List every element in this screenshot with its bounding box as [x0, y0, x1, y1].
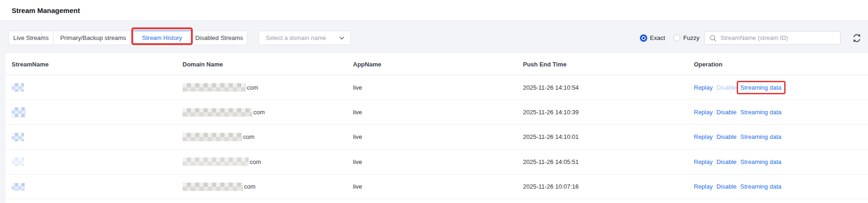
domain-suffix: com: [244, 183, 256, 190]
tab-label: Stream History: [142, 34, 182, 41]
appname-cell: live: [353, 133, 523, 140]
table-row: com live 2025-11-26 14:05:51 ReplayDisab…: [6, 150, 868, 174]
push-end-time-cell: 2025-11-26 14:05:51: [523, 158, 694, 165]
appname-cell: live: [353, 109, 523, 116]
push-end-time-cell: 2025-11-26 14:10:54: [523, 84, 694, 91]
circular-arrows-icon: [851, 33, 862, 44]
censored-domain-name: [183, 183, 243, 191]
page-title: Stream Management: [12, 7, 80, 14]
magnifier-icon: [709, 34, 717, 42]
tab-stream-history[interactable]: Stream History: [133, 31, 191, 45]
replay-link[interactable]: Replay: [694, 183, 712, 190]
column-header-appname: AppName: [353, 61, 523, 68]
appname-cell: live: [353, 158, 523, 165]
domain-suffix: com: [247, 84, 258, 91]
disable-link[interactable]: Disable: [716, 109, 736, 116]
domain-suffix: com: [253, 109, 265, 116]
table-row: com live 2025-11-26 14:10:01 ReplayDisab…: [6, 125, 868, 150]
domain-select-placeholder: Select a domain name: [266, 34, 339, 41]
chevron-down-icon: [339, 36, 345, 40]
streamname-cell: [12, 157, 183, 166]
match-mode-radio-group: ExactFuzzy: [640, 34, 699, 42]
censored-stream-name: [12, 157, 24, 166]
table-header-row: StreamName Domain Name AppName Push End …: [6, 53, 868, 75]
censored-stream-name: [12, 83, 24, 92]
operation-cell: ReplayDisableStreaming data: [694, 183, 868, 190]
page-header: Stream Management: [0, 0, 868, 21]
streaming-data-link[interactable]: Streaming data: [740, 133, 781, 140]
tab-bar: Live Streams Primary/Backup streams Stre…: [8, 31, 247, 45]
streaming-data-link[interactable]: Streaming data: [740, 84, 781, 91]
replay-link[interactable]: Replay: [694, 109, 712, 116]
domain-name-cell: com: [183, 157, 353, 166]
radio-fuzzy[interactable]: Fuzzy: [673, 34, 699, 41]
operation-cell: ReplayDisableStreaming data: [694, 158, 868, 165]
replay-link[interactable]: Replay: [694, 133, 712, 140]
table-row: com live 2025-11-26 10:07:16 ReplayDisab…: [6, 175, 868, 199]
radio-selected-icon[interactable]: [640, 34, 647, 42]
push-end-time-cell: 2025-11-26 14:10:39: [523, 109, 694, 116]
tab-disabled-streams[interactable]: Disabled Streams: [191, 31, 247, 45]
column-header-operation: Operation: [694, 61, 868, 68]
streamname-cell: [12, 107, 183, 118]
censored-domain-name: [183, 108, 252, 117]
censored-domain-name: [183, 157, 249, 166]
disable-link[interactable]: Disable: [716, 183, 736, 190]
tab-label: Live Streams: [14, 34, 49, 41]
domain-suffix: com: [250, 158, 261, 165]
appname-cell: live: [353, 183, 523, 190]
streamname-cell: [12, 183, 183, 190]
censored-stream-name: [12, 107, 26, 118]
column-header-streamname: StreamName: [12, 61, 183, 68]
operation-cell: ReplayDisableStreaming data: [694, 109, 868, 116]
streaming-data-link[interactable]: Streaming data: [740, 158, 781, 165]
tab-label: Primary/Backup streams: [60, 34, 126, 41]
domain-select[interactable]: Select a domain name: [258, 31, 351, 45]
censored-stream-name: [12, 133, 24, 141]
domain-name-cell: com: [183, 133, 353, 141]
disable-link[interactable]: Disable: [716, 133, 736, 140]
search-input[interactable]: [720, 34, 836, 41]
streamname-cell: [12, 133, 183, 141]
operation-cell: ReplayDisableStreaming data: [694, 84, 868, 91]
appname-cell: live: [353, 84, 523, 91]
stream-table: StreamName Domain Name AppName Push End …: [6, 53, 868, 203]
radio-exact[interactable]: Exact: [640, 34, 665, 42]
table-body: com live 2025-11-26 14:10:54 ReplayDisab…: [6, 75, 868, 199]
censored-stream-name: [12, 183, 25, 190]
annotated-operation: Streaming data: [740, 84, 781, 91]
column-header-domain-name: Domain Name: [183, 61, 353, 68]
domain-name-cell: com: [183, 108, 353, 117]
censored-domain-name: [183, 83, 246, 92]
disable-link: Disable: [716, 84, 736, 91]
disable-link[interactable]: Disable: [716, 158, 736, 165]
streamname-cell: [12, 83, 183, 92]
table-row: com live 2025-11-26 14:10:54 ReplayDisab…: [6, 75, 868, 100]
tab-primary-backup-streams[interactable]: Primary/Backup streams: [53, 31, 133, 45]
refresh-button[interactable]: [851, 32, 863, 44]
streaming-data-link[interactable]: Streaming data: [740, 183, 781, 190]
tab-live-streams[interactable]: Live Streams: [8, 31, 54, 45]
column-header-push-end-time: Push End Time: [523, 61, 694, 68]
replay-link[interactable]: Replay: [694, 158, 712, 165]
push-end-time-cell: 2025-11-26 14:10:01: [523, 133, 694, 140]
tab-label: Disabled Streams: [195, 34, 243, 41]
domain-name-cell: com: [183, 83, 353, 92]
operation-cell: ReplayDisableStreaming data: [694, 133, 868, 140]
search-box[interactable]: [704, 31, 841, 45]
streaming-data-link[interactable]: Streaming data: [740, 109, 781, 116]
radio-unselected-icon[interactable]: [673, 34, 680, 41]
push-end-time-cell: 2025-11-26 10:07:16: [523, 183, 694, 190]
radio-label: Exact: [650, 34, 665, 41]
domain-name-cell: com: [183, 183, 353, 191]
radio-label: Fuzzy: [683, 34, 699, 41]
domain-suffix: com: [243, 133, 255, 140]
search-controls: ExactFuzzy: [640, 31, 863, 45]
replay-link[interactable]: Replay: [694, 84, 712, 91]
table-row: com live 2025-11-26 14:10:39 ReplayDisab…: [6, 100, 868, 124]
censored-domain-name: [183, 133, 242, 141]
